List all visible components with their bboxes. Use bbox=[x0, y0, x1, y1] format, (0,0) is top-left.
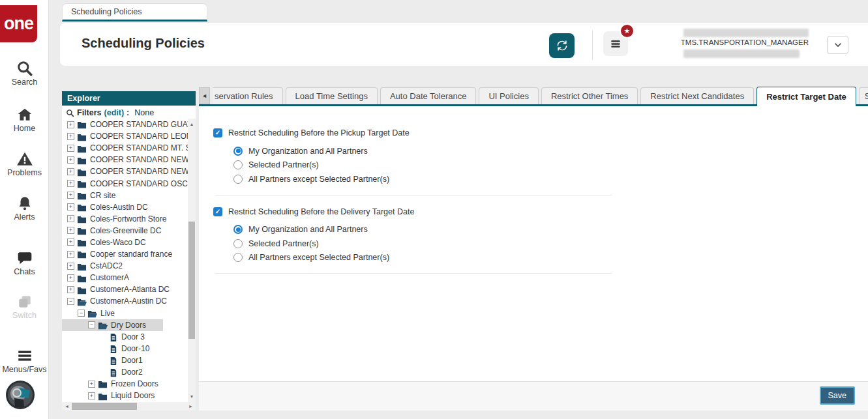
collapse-icon[interactable]: − bbox=[78, 310, 85, 317]
filters-edit-link[interactable]: (edit) bbox=[104, 108, 125, 117]
tree-item-frozen-doors[interactable]: +Frozen Doors bbox=[62, 378, 175, 390]
refresh-button[interactable] bbox=[549, 33, 575, 58]
radio-option: My Organization and All Partners bbox=[233, 144, 868, 158]
tab-ui-policies[interactable]: UI Policies bbox=[479, 87, 538, 104]
tab-restrict-next-candidates[interactable]: Restrict Next Candidates bbox=[640, 87, 754, 104]
expand-icon[interactable]: + bbox=[88, 381, 95, 388]
tree-item-door-10[interactable]: Door-10 bbox=[62, 343, 166, 354]
one-network-logo[interactable]: one bbox=[0, 5, 37, 42]
folder-icon bbox=[98, 392, 108, 400]
sidebar-item-problems[interactable]: Problems bbox=[0, 151, 49, 177]
folder-icon bbox=[77, 285, 87, 294]
tab-servation-rules[interactable]: servation Rules bbox=[213, 87, 283, 104]
folder-icon bbox=[77, 262, 87, 270]
scroll-up-icon[interactable]: ▲ bbox=[188, 120, 196, 128]
group-divider bbox=[215, 273, 612, 274]
radio-group: My Organization and All PartnersSelected… bbox=[213, 144, 868, 186]
expand-icon[interactable]: + bbox=[67, 286, 74, 293]
tree-item-cooper-standard-new-l[interactable]: +COOPER STANDARD NEW L bbox=[62, 154, 196, 166]
tree-item-dry-doors[interactable]: −Dry Doors bbox=[62, 319, 163, 331]
horizontal-scroll-thumb[interactable] bbox=[72, 403, 137, 410]
restriction-group: ✓Restrict Scheduling Before the Pickup T… bbox=[213, 126, 868, 139]
tree-item-label: Live bbox=[100, 309, 115, 318]
favorites-star-badge[interactable]: ★ bbox=[620, 23, 635, 38]
expand-icon[interactable]: + bbox=[67, 156, 74, 164]
radio-selected-partner-s[interactable] bbox=[233, 239, 243, 248]
sidebar-item-menus-favs[interactable]: Menus/Favs bbox=[0, 347, 49, 374]
scroll-down-icon[interactable]: ▼ bbox=[188, 392, 196, 401]
explorer-vertical-scrollbar[interactable]: ▲ ▼ bbox=[188, 119, 196, 402]
policy-tabstrip: ◄ servation RulesLoad Time SettingsAuto … bbox=[199, 87, 868, 104]
tree-item-cooper-standard-leona[interactable]: +COOPER STANDARD LEONA bbox=[62, 130, 196, 142]
tree-item-cooper-standard-oscod[interactable]: +COOPER STANDARD OSCOD bbox=[62, 177, 196, 189]
sidebar-item-alerts[interactable]: Alerts bbox=[0, 195, 49, 222]
tree-item-cstadc2[interactable]: +CstADC2 bbox=[62, 260, 140, 272]
expand-icon[interactable]: + bbox=[67, 238, 74, 246]
expand-icon[interactable]: + bbox=[67, 215, 74, 222]
doc-icon bbox=[108, 356, 118, 364]
expand-icon[interactable]: + bbox=[67, 145, 74, 152]
expand-icon[interactable]: + bbox=[67, 274, 74, 282]
radio-selected-partner-s[interactable] bbox=[233, 160, 243, 169]
tab-load-time-settings[interactable]: Load Time Settings bbox=[286, 87, 378, 104]
tab-s[interactable]: S bbox=[859, 87, 868, 104]
collapse-icon[interactable]: − bbox=[67, 298, 74, 305]
tab-restrict-other-times[interactable]: Restrict Other Times bbox=[541, 87, 638, 104]
tabs-scroll-left-button[interactable]: ◄ bbox=[199, 87, 210, 104]
tab-auto-date-tolerance[interactable]: Auto Date Tolerance bbox=[380, 87, 477, 104]
expand-icon[interactable]: + bbox=[67, 121, 74, 128]
tree-item-liquid-doors[interactable]: +Liquid Doors bbox=[62, 390, 172, 401]
expand-icon[interactable]: + bbox=[67, 180, 74, 187]
expand-icon[interactable]: + bbox=[67, 133, 74, 140]
scroll-left-icon[interactable]: ◄ bbox=[63, 402, 71, 411]
explorer-header: Explorer bbox=[62, 91, 196, 106]
folder-icon bbox=[98, 380, 108, 388]
expand-icon[interactable]: + bbox=[67, 168, 74, 175]
radio-option: Selected Partner(s) bbox=[233, 237, 868, 251]
tree-item-live[interactable]: −Live bbox=[62, 308, 132, 319]
expand-icon[interactable]: + bbox=[67, 263, 74, 270]
tree-item-cooper-standard-mt-st[interactable]: +COOPER STANDARD MT. ST bbox=[62, 142, 196, 154]
explorer-panel: Filters (edit): None +COOPER STANDARD GU… bbox=[62, 106, 196, 402]
sidebar-item-label: Switch bbox=[0, 311, 49, 320]
tree-item-coles-austin-dc[interactable]: +Coles-Austin DC bbox=[62, 201, 165, 213]
tree-item-door1[interactable]: Door1 bbox=[62, 354, 160, 366]
expand-icon[interactable]: + bbox=[88, 392, 95, 399]
vertical-scroll-thumb[interactable] bbox=[188, 222, 195, 339]
tab-restrict-target-date[interactable]: Restrict Target Date bbox=[756, 87, 856, 106]
expand-icon[interactable]: + bbox=[67, 192, 74, 199]
tree-item-coles-fortworth-store[interactable]: +Coles-Fortworth Store bbox=[62, 213, 183, 225]
tree-item-cr-site[interactable]: +CR site bbox=[62, 190, 132, 201]
tree-item-customera[interactable]: +CustomerA bbox=[62, 272, 146, 283]
sidebar-item-chats[interactable]: Chats bbox=[0, 250, 49, 276]
sidebar-item-home[interactable]: Home bbox=[0, 106, 49, 133]
scroll-right-icon[interactable]: ► bbox=[187, 402, 195, 411]
tree-item-cooper-standard-france[interactable]: +Cooper standard france bbox=[62, 248, 189, 260]
tree-item-cooper-standard-guaym[interactable]: +COOPER STANDARD GUAYM bbox=[62, 119, 196, 130]
radio-my-organization-and-all-partners[interactable] bbox=[233, 147, 243, 156]
tree-item-cooper-standard-new-l[interactable]: +COOPER STANDARD NEW L bbox=[62, 166, 196, 177]
tree-item-customera-austin-dc[interactable]: −CustomerA-Austin DC bbox=[62, 295, 184, 307]
tree-item-door2[interactable]: Door2 bbox=[62, 366, 160, 378]
explorer-horizontal-scrollbar[interactable]: ◄ ► bbox=[62, 402, 196, 411]
checkbox-restrict-scheduling-before-the-pickup-target-date[interactable]: ✓ bbox=[213, 128, 222, 137]
tree-item-door-3[interactable]: Door 3 bbox=[62, 331, 162, 343]
radio-option: All Partners except Selected Partner(s) bbox=[233, 172, 868, 186]
expand-icon[interactable]: + bbox=[67, 251, 74, 258]
radio-my-organization-and-all-partners[interactable] bbox=[233, 225, 243, 234]
sidebar-item-search[interactable]: Search bbox=[0, 60, 49, 87]
user-menu-button[interactable] bbox=[827, 36, 848, 54]
save-button[interactable]: Save bbox=[820, 386, 856, 405]
filters-label: Filters bbox=[77, 108, 102, 117]
tree-item-coles-waco-dc[interactable]: +Coles-Waco DC bbox=[62, 237, 163, 248]
checkbox-restrict-scheduling-before-the-delivery-target-date[interactable]: ✓ bbox=[213, 207, 222, 216]
tree-item-coles-greenville-dc[interactable]: +Coles-Greenville DC bbox=[62, 225, 178, 237]
expand-icon[interactable]: + bbox=[67, 203, 74, 210]
expand-icon[interactable]: + bbox=[67, 227, 74, 234]
collapse-icon[interactable]: − bbox=[88, 321, 95, 328]
radio-all-partners-except-selected-partner-s[interactable] bbox=[233, 175, 243, 184]
tree-item-customera-atlanta-dc[interactable]: +CustomerA-Atlanta DC bbox=[62, 283, 187, 295]
ai-assistant-avatar[interactable] bbox=[5, 380, 35, 410]
radio-all-partners-except-selected-partner-s[interactable] bbox=[233, 253, 243, 262]
page-tab-scheduling-policies[interactable]: Scheduling Policies bbox=[62, 3, 207, 22]
